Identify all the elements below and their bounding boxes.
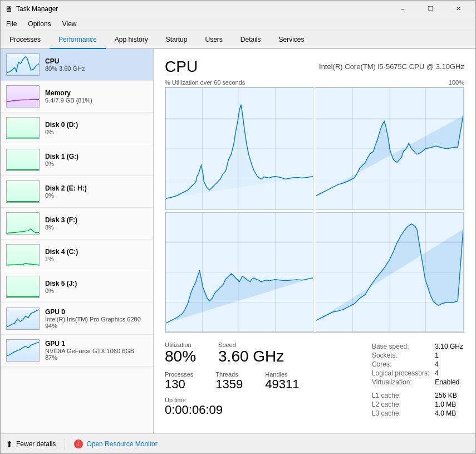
sidebar-item-disk3[interactable]: Disk 3 (F:) 8% [1, 208, 153, 240]
cpu-charts-grid [165, 87, 464, 333]
bottom-stats-container: Utilization 80% Speed 3.60 GHz Processes… [165, 341, 464, 418]
title-bar: 🖥 Task Manager ‒ ☐ ✕ [1, 1, 475, 17]
disk0-info: Disk 0 (D:) 0% [45, 121, 148, 135]
l3-label: L3 cache: [372, 409, 434, 417]
sidebar-item-cpu[interactable]: CPU 80% 3.60 GHz [1, 49, 153, 81]
gpu1-name: GPU 1 [45, 340, 148, 348]
disk0-thumbnail [6, 117, 40, 139]
l2-value: 1.0 MB [435, 401, 463, 408]
detail-title: CPU [165, 58, 198, 76]
disk3-stat: 8% [45, 224, 148, 231]
tab-startup[interactable]: Startup [157, 31, 197, 49]
disk3-thumbnail [6, 212, 40, 235]
disk5-thumbnail [6, 276, 40, 298]
disk0-name: Disk 0 (D:) [45, 121, 148, 129]
chart-label-right: 100% [449, 79, 464, 86]
memory-name: Memory [45, 89, 148, 97]
sidebar-item-disk4[interactable]: Disk 4 (C:) 1% [1, 240, 153, 271]
open-resource-monitor-button[interactable]: ! Open Resource Monitor [74, 440, 157, 448]
disk0-stat: 0% [45, 129, 148, 135]
handles-stat: Handles 49311 [265, 371, 299, 391]
cpu-chart-2 [316, 87, 464, 210]
memory-stat: 6.4/7.9 GB (81%) [45, 97, 148, 104]
sidebar-item-disk5[interactable]: Disk 5 (J:) 0% [1, 271, 153, 303]
gpu0-stat: Intel(R) Iris(TM) Pro Graphics 6200 [45, 316, 148, 323]
gpu0-usage: 94% [45, 323, 148, 329]
fewer-details-button[interactable]: ⬆ Fewer details [6, 440, 56, 448]
sidebar-item-gpu1[interactable]: GPU 1 NVIDIA GeForce GTX 1060 6GB 87% [1, 335, 153, 367]
cpu-chart-3 [165, 212, 313, 332]
logical-label: Logical processors: [372, 369, 434, 377]
title-bar-controls: ‒ ☐ ✕ [390, 3, 471, 14]
tab-details[interactable]: Details [232, 31, 270, 49]
close-button[interactable]: ✕ [445, 3, 471, 14]
gpu1-usage: 87% [45, 354, 148, 361]
cpu-stat: 80% 3.60 GHz [45, 65, 148, 72]
l1-value: 256 KB [435, 392, 463, 399]
menu-file[interactable]: File [1, 18, 22, 30]
virt-label: Virtualization: [372, 378, 434, 386]
disk3-info: Disk 3 (F:) 8% [45, 216, 148, 231]
right-info: Base speed: 3.10 GHz Sockets: 1 Cores: 4 [371, 341, 464, 418]
tab-users[interactable]: Users [196, 31, 231, 49]
tab-processes[interactable]: Processes [1, 31, 50, 49]
cores-label: Cores: [372, 360, 434, 368]
tab-performance[interactable]: Performance [50, 31, 106, 49]
info-table: Base speed: 3.10 GHz Sockets: 1 Cores: 4 [371, 341, 464, 418]
menu-options[interactable]: Options [22, 18, 56, 30]
tab-services[interactable]: Services [270, 31, 313, 49]
gpu0-thumbnail [6, 307, 40, 330]
disk4-stat: 1% [45, 256, 148, 262]
disk4-thumbnail [6, 244, 40, 266]
chart-label-row: % Utilization over 60 seconds 100% [165, 79, 464, 86]
processes-value: 130 [165, 378, 193, 391]
sidebar-item-disk1[interactable]: Disk 1 (G:) 0% [1, 144, 153, 176]
main-content: CPU 80% 3.60 GHz Memory 6.4/7.9 GB (81%) [1, 49, 475, 433]
disk1-name: Disk 1 (G:) [45, 153, 148, 160]
minimize-button[interactable]: ‒ [390, 3, 415, 14]
sidebar-item-memory[interactable]: Memory 6.4/7.9 GB (81%) [1, 81, 153, 113]
tabs-bar: Processes Performance App history Startu… [1, 31, 475, 49]
left-stats: Utilization 80% Speed 3.60 GHz Processes… [165, 341, 360, 417]
disk1-info: Disk 1 (G:) 0% [45, 153, 148, 167]
disk5-info: Disk 5 (J:) 0% [45, 280, 148, 294]
utilization-speed-row: Utilization 80% Speed 3.60 GHz [165, 341, 360, 365]
disk2-name: Disk 2 (E: H:) [45, 184, 148, 192]
fewer-details-label: Fewer details [16, 440, 56, 448]
title-bar-left: 🖥 Task Manager [5, 4, 58, 13]
sidebar-item-gpu0[interactable]: GPU 0 Intel(R) Iris(TM) Pro Graphics 620… [1, 303, 153, 335]
sidebar-item-disk2[interactable]: Disk 2 (E: H:) 0% [1, 176, 153, 208]
threads-stat: Threads 1359 [215, 371, 243, 391]
threads-label: Threads [215, 371, 243, 378]
sidebar: CPU 80% 3.60 GHz Memory 6.4/7.9 GB (81%) [1, 49, 154, 433]
disk2-stat: 0% [45, 192, 148, 199]
uptime-stat: Up time 0:00:06:09 [165, 397, 360, 417]
disk1-stat: 0% [45, 160, 148, 167]
gpu1-info: GPU 1 NVIDIA GeForce GTX 1060 6GB 87% [45, 340, 148, 361]
disk5-stat: 0% [45, 287, 148, 294]
threads-value: 1359 [215, 378, 243, 391]
virt-value: Enabled [435, 378, 463, 386]
logical-value: 4 [435, 369, 463, 377]
disk2-info: Disk 2 (E: H:) 0% [45, 184, 148, 199]
tab-app-history[interactable]: App history [106, 31, 157, 49]
menu-view[interactable]: View [57, 18, 82, 30]
maximize-button[interactable]: ☐ [418, 3, 443, 14]
sidebar-item-disk0[interactable]: Disk 0 (D:) 0% [1, 113, 153, 144]
sockets-value: 1 [435, 352, 463, 359]
disk1-thumbnail [6, 149, 40, 171]
disk5-name: Disk 5 (J:) [45, 280, 148, 287]
footer-bar: ⬆ Fewer details ! Open Resource Monitor [1, 433, 475, 453]
task-manager-window: 🖥 Task Manager ‒ ☐ ✕ File Options View P… [0, 0, 476, 454]
uptime-value: 0:00:06:09 [165, 403, 360, 417]
disk2-thumbnail [6, 180, 40, 203]
disk4-info: Disk 4 (C:) 1% [45, 248, 148, 262]
open-resource-monitor-label: Open Resource Monitor [86, 440, 157, 448]
processes-stat: Processes 130 [165, 371, 193, 391]
speed-stat: Speed 3.60 GHz [218, 341, 284, 365]
sockets-label: Sockets: [372, 352, 434, 359]
handles-value: 49311 [265, 378, 299, 391]
cpu-info: CPU 80% 3.60 GHz [45, 57, 148, 72]
disk3-name: Disk 3 (F:) [45, 216, 148, 224]
memory-info: Memory 6.4/7.9 GB (81%) [45, 89, 148, 104]
